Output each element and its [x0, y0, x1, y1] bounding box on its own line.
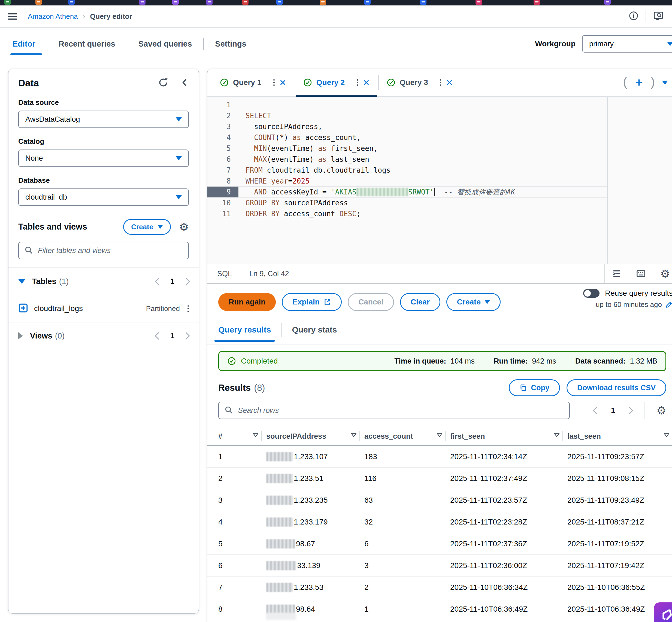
run-again-button[interactable]: Run again — [218, 293, 276, 311]
search-rows-field[interactable] — [237, 406, 564, 415]
results-page-next-icon[interactable] — [626, 407, 633, 414]
redacted-ip-prefix — [266, 583, 293, 592]
browser-tab-favicon[interactable] — [420, 0, 426, 5]
expand-triangle-icon[interactable] — [18, 279, 25, 284]
results-settings-gear-icon[interactable]: ⚙ — [657, 405, 666, 416]
column-header-last-seen[interactable]: last_seen — [567, 427, 672, 445]
collapsed-triangle-icon[interactable] — [18, 332, 23, 339]
browser-tab-favicon[interactable] — [172, 0, 179, 5]
filter-icon[interactable] — [350, 432, 357, 441]
views-section-header[interactable]: Views (0) 1 — [18, 322, 189, 349]
info-icon[interactable] — [629, 11, 638, 22]
page-next-icon[interactable] — [183, 278, 190, 285]
database-select[interactable]: cloudtrail_db — [18, 188, 189, 206]
browser-tab-favicon[interactable] — [276, 0, 283, 5]
code-line: 8WHERE year=2025 — [207, 176, 672, 186]
table-name[interactable]: cloudtrail_logs — [34, 304, 83, 313]
scroll-tabs-left-icon[interactable]: ( — [623, 75, 627, 90]
browser-tab-favicon[interactable] — [320, 0, 326, 5]
query-tab-1[interactable]: Query 1 — [212, 69, 295, 96]
workgroup-select[interactable]: primary — [582, 35, 672, 53]
scroll-tabs-right-icon[interactable]: ) — [651, 75, 655, 90]
views-page-number: 1 — [170, 332, 174, 340]
reuse-results-toggle[interactable] — [583, 289, 600, 298]
filter-icon[interactable] — [436, 432, 443, 441]
run-time-value: 942 ms — [532, 357, 556, 366]
tab-query-results[interactable]: Query results — [218, 320, 281, 340]
column-header-index[interactable]: # — [218, 427, 266, 445]
tab-query-stats[interactable]: Query stats — [282, 320, 347, 340]
collapse-panel-icon[interactable] — [181, 78, 189, 89]
table-list-item[interactable]: cloudtrail_logs Partitioned — [18, 295, 189, 322]
new-query-tab-icon[interactable] — [634, 78, 644, 87]
download-csv-button[interactable]: Download results CSV — [567, 379, 666, 396]
query-tab-3[interactable]: Query 3 — [379, 69, 461, 96]
query-tab-kebab-icon[interactable] — [357, 79, 358, 86]
tab-saved-queries[interactable]: Saved queries — [127, 34, 203, 54]
browser-tab-favicon[interactable] — [476, 0, 482, 5]
keyboard-shortcuts-icon[interactable] — [629, 269, 653, 279]
hamburger-menu-icon[interactable] — [8, 13, 17, 20]
query-tab-kebab-icon[interactable] — [273, 79, 275, 86]
tab-editor[interactable]: Editor — [12, 34, 47, 54]
filter-icon[interactable] — [553, 432, 560, 441]
column-label: last_seen — [567, 432, 601, 441]
close-icon[interactable] — [362, 79, 370, 86]
browser-tab-favicon[interactable] — [139, 0, 146, 5]
tab-list-dropdown-icon[interactable] — [662, 80, 668, 85]
column-header-first-seen[interactable]: first_seen — [450, 427, 567, 445]
browser-tab-favicon[interactable] — [206, 0, 213, 5]
filter-tables-field[interactable] — [37, 246, 183, 255]
cancel-button[interactable]: Cancel — [348, 293, 394, 311]
browser-tab-favicon[interactable] — [35, 0, 42, 5]
table-actions-kebab-icon[interactable] — [188, 305, 189, 312]
page-prev-icon[interactable] — [155, 278, 162, 285]
edit-pencil-icon[interactable] — [665, 301, 672, 309]
browser-tab-favicon[interactable] — [604, 0, 611, 5]
browser-tab-favicon[interactable] — [4, 0, 11, 5]
browser-tab-favicon[interactable] — [242, 0, 249, 5]
close-icon[interactable] — [446, 79, 453, 86]
sql-code-editor[interactable]: 12SELECT3 sourceIPAddress,4 COUNT(*) as … — [207, 97, 672, 264]
create-button[interactable]: Create — [123, 219, 171, 235]
browser-tab-favicon[interactable] — [534, 0, 540, 5]
format-query-icon[interactable] — [605, 269, 629, 279]
browser-extension-badge[interactable] — [654, 602, 672, 622]
clear-button[interactable]: Clear — [400, 293, 440, 311]
search-rows-input[interactable] — [218, 402, 570, 419]
code-line: 4 COUNT(*) as access_count, — [207, 132, 672, 143]
chevron-down-icon — [484, 300, 490, 304]
create-query-button[interactable]: Create — [446, 293, 501, 311]
tables-section-header[interactable]: Tables (1) 1 — [18, 268, 189, 295]
query-tab-kebab-icon[interactable] — [440, 79, 442, 86]
data-panel-title: Data — [18, 78, 39, 89]
feedback-screen-icon[interactable] — [653, 10, 664, 22]
cell-index: 8 — [218, 605, 266, 614]
table-row: 41.233.179322025-11-11T02:23:28Z2025-11-… — [207, 511, 672, 533]
breadcrumb-athena-link[interactable]: Amazon Athena — [28, 12, 78, 21]
column-header-access-count[interactable]: access_count — [364, 427, 450, 445]
filter-icon[interactable] — [252, 432, 259, 441]
editor-status-bar: SQL Ln 9, Col 42 ⚙ — [207, 264, 672, 284]
filter-icon[interactable] — [663, 432, 670, 441]
data-source-select[interactable]: AwsDataCatalog — [18, 110, 189, 128]
explain-button[interactable]: Explain — [282, 293, 342, 311]
browser-tab-favicon[interactable] — [364, 0, 371, 5]
editor-settings-gear-icon[interactable]: ⚙ — [653, 268, 672, 279]
results-page-prev-icon[interactable] — [593, 407, 600, 414]
copy-button[interactable]: Copy — [509, 379, 560, 396]
query-tab-2[interactable]: Query 2 — [295, 69, 378, 96]
tab-recent-queries[interactable]: Recent queries — [47, 34, 127, 54]
tables-settings-gear-icon[interactable]: ⚙ — [179, 221, 189, 232]
catalog-select[interactable]: None — [18, 149, 189, 167]
page-next-icon[interactable] — [183, 332, 190, 340]
tab-settings[interactable]: Settings — [203, 34, 258, 54]
close-icon[interactable] — [279, 79, 287, 86]
expand-table-plus-icon[interactable] — [18, 303, 28, 314]
filter-tables-input[interactable] — [18, 242, 189, 259]
column-header-source-ip[interactable]: sourceIPAddress — [266, 427, 364, 445]
page-prev-icon[interactable] — [155, 332, 162, 340]
browser-tab-favicon[interactable] — [68, 0, 75, 5]
refresh-icon[interactable] — [158, 77, 169, 89]
workgroup-label: Workgroup — [535, 39, 576, 48]
